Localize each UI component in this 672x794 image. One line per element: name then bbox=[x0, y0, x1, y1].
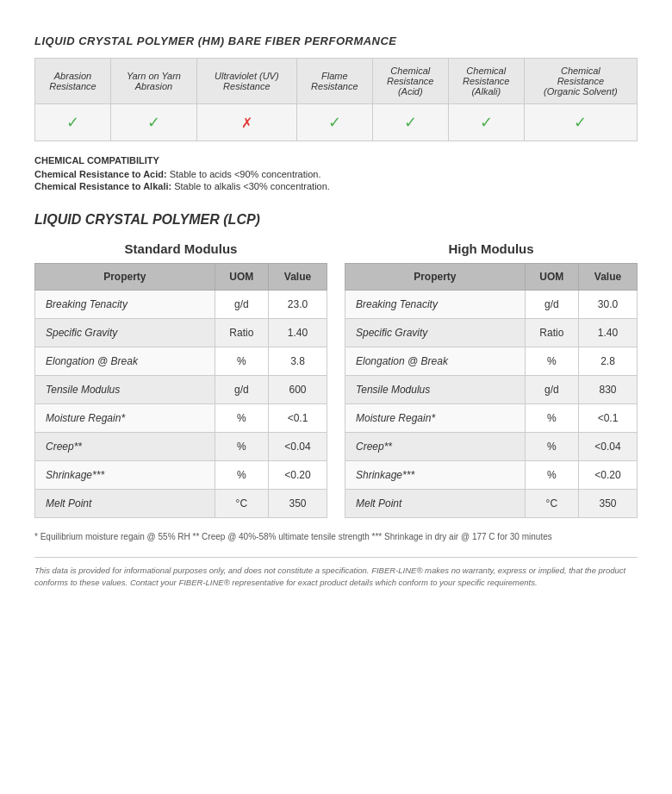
compat-section: CHEMICAL COMPATIBILITY Chemical Resistan… bbox=[34, 155, 638, 191]
performance-table: AbrasionResistance Yarn on YarnAbrasion … bbox=[34, 58, 638, 141]
std-col-value: Value bbox=[269, 264, 327, 291]
lcp-tables-container: Standard Modulus Property UOM Value Brea… bbox=[34, 241, 638, 518]
hi-val-2: 2.8 bbox=[579, 347, 638, 376]
col-uv: Ultraviolet (UV)Resistance bbox=[196, 59, 296, 104]
hi-prop-0: Breaking Tenacity bbox=[345, 291, 526, 319]
std-val-1: 1.40 bbox=[269, 319, 327, 347]
hi-prop-1: Specific Gravity bbox=[345, 319, 526, 347]
table-row: Tensile Modulus g/d 830 bbox=[345, 376, 638, 404]
std-val-2: 3.8 bbox=[269, 347, 327, 376]
check-green-icon: ✓ bbox=[574, 114, 587, 131]
table-row: Creep** % <0.04 bbox=[35, 433, 327, 461]
table-row: Creep** % <0.04 bbox=[345, 433, 638, 461]
val-alkali: ✓ bbox=[448, 104, 524, 141]
std-uom-2: % bbox=[215, 347, 268, 376]
std-prop-2: Elongation @ Break bbox=[35, 347, 215, 376]
hi-uom-6: % bbox=[525, 461, 578, 490]
std-val-6: <0.20 bbox=[269, 461, 327, 490]
std-uom-0: g/d bbox=[215, 291, 268, 319]
std-prop-1: Specific Gravity bbox=[35, 319, 215, 347]
hi-val-1: 1.40 bbox=[579, 319, 638, 347]
std-uom-6: % bbox=[215, 461, 268, 490]
table-row: Moisture Regain* % <0.1 bbox=[35, 404, 327, 433]
hi-prop-6: Shrinkage*** bbox=[345, 461, 526, 490]
std-val-5: <0.04 bbox=[269, 433, 327, 461]
table-row: Melt Point °C 350 bbox=[35, 490, 327, 518]
std-col-uom: UOM bbox=[215, 264, 268, 291]
std-val-3: 600 bbox=[269, 376, 327, 404]
table-row: Tensile Modulus g/d 600 bbox=[35, 376, 327, 404]
hi-val-5: <0.04 bbox=[579, 433, 638, 461]
col-flame: FlameResistance bbox=[296, 59, 372, 104]
table-row: Specific Gravity Ratio 1.40 bbox=[345, 319, 638, 347]
compat-acid-label: Chemical Resistance to Acid: bbox=[34, 169, 167, 179]
std-uom-5: % bbox=[215, 433, 268, 461]
hi-uom-0: g/d bbox=[525, 291, 578, 319]
col-yarn: Yarn on YarnAbrasion bbox=[110, 59, 196, 104]
hi-col-value: Value bbox=[579, 264, 638, 291]
hi-prop-7: Melt Point bbox=[345, 490, 526, 518]
hi-val-3: 830 bbox=[579, 376, 638, 404]
hi-val-7: 350 bbox=[579, 490, 638, 518]
footnotes: * Equilibrium moisture regain @ 55% RH *… bbox=[34, 530, 638, 543]
compat-acid-text: Stable to acids <90% concentration. bbox=[170, 169, 321, 179]
val-organic: ✓ bbox=[524, 104, 637, 141]
standard-heading: Standard Modulus bbox=[34, 241, 327, 256]
table-row: Shrinkage*** % <0.20 bbox=[35, 461, 327, 490]
standard-modulus-section: Standard Modulus Property UOM Value Brea… bbox=[34, 241, 327, 518]
hi-uom-5: % bbox=[525, 433, 578, 461]
std-val-4: <0.1 bbox=[269, 404, 327, 433]
table-row: Elongation @ Break % 2.8 bbox=[345, 347, 638, 376]
table-row: Specific Gravity Ratio 1.40 bbox=[35, 319, 327, 347]
std-prop-3: Tensile Modulus bbox=[35, 376, 215, 404]
high-modulus-section: High Modulus Property UOM Value Breaking… bbox=[345, 241, 638, 518]
col-abrasion: AbrasionResistance bbox=[35, 59, 111, 104]
table-row: Shrinkage*** % <0.20 bbox=[345, 461, 638, 490]
val-uv: ✗ bbox=[196, 104, 296, 141]
std-uom-1: Ratio bbox=[215, 319, 268, 347]
std-prop-4: Moisture Regain* bbox=[35, 404, 215, 433]
val-yarn: ✓ bbox=[110, 104, 196, 141]
hi-prop-3: Tensile Modulus bbox=[345, 376, 526, 404]
std-col-property: Property bbox=[35, 264, 215, 291]
col-alkali: ChemicalResistance(Alkali) bbox=[448, 59, 524, 104]
val-flame: ✓ bbox=[296, 104, 372, 141]
table-row: Melt Point °C 350 bbox=[345, 490, 638, 518]
std-prop-6: Shrinkage*** bbox=[35, 461, 215, 490]
check-green-icon: ✓ bbox=[404, 114, 417, 131]
hi-val-4: <0.1 bbox=[579, 404, 638, 433]
compat-acid-note: Chemical Resistance to Acid: Stable to a… bbox=[34, 169, 638, 179]
hi-prop-5: Creep** bbox=[345, 433, 526, 461]
std-val-0: 23.0 bbox=[269, 291, 327, 319]
std-prop-5: Creep** bbox=[35, 433, 215, 461]
val-acid: ✓ bbox=[372, 104, 448, 141]
val-abrasion: ✓ bbox=[35, 104, 111, 141]
standard-table: Property UOM Value Breaking Tenacity g/d… bbox=[34, 263, 327, 518]
high-table: Property UOM Value Breaking Tenacity g/d… bbox=[345, 263, 638, 518]
hi-prop-4: Moisture Regain* bbox=[345, 404, 526, 433]
table-row: Breaking Tenacity g/d 23.0 bbox=[35, 291, 327, 319]
hi-val-0: 30.0 bbox=[579, 291, 638, 319]
hi-val-6: <0.20 bbox=[579, 461, 638, 490]
table-row: Moisture Regain* % <0.1 bbox=[345, 404, 638, 433]
check-green-icon: ✓ bbox=[66, 114, 79, 131]
hi-col-uom: UOM bbox=[525, 264, 578, 291]
compat-alkali-text: Stable to alkalis <30% concentration. bbox=[174, 181, 330, 191]
compat-alkali-note: Chemical Resistance to Alkali: Stable to… bbox=[34, 181, 638, 191]
check-green-icon: ✓ bbox=[147, 114, 160, 131]
hi-uom-4: % bbox=[525, 404, 578, 433]
col-acid: ChemicalResistance(Acid) bbox=[372, 59, 448, 104]
std-prop-7: Melt Point bbox=[35, 490, 215, 518]
std-prop-0: Breaking Tenacity bbox=[35, 291, 215, 319]
hi-uom-1: Ratio bbox=[525, 319, 578, 347]
std-uom-4: % bbox=[215, 404, 268, 433]
high-heading: High Modulus bbox=[345, 241, 638, 256]
top-section-title: LIQUID CRYSTAL POLYMER (HM) BARE FIBER P… bbox=[34, 34, 638, 47]
hi-uom-3: g/d bbox=[525, 376, 578, 404]
table-row: Elongation @ Break % 3.8 bbox=[35, 347, 327, 376]
std-uom-3: g/d bbox=[215, 376, 268, 404]
check-red-icon: ✗ bbox=[241, 116, 252, 130]
disclaimer: This data is provided for informational … bbox=[34, 557, 638, 590]
hi-uom-7: °C bbox=[525, 490, 578, 518]
std-uom-7: °C bbox=[215, 490, 268, 518]
